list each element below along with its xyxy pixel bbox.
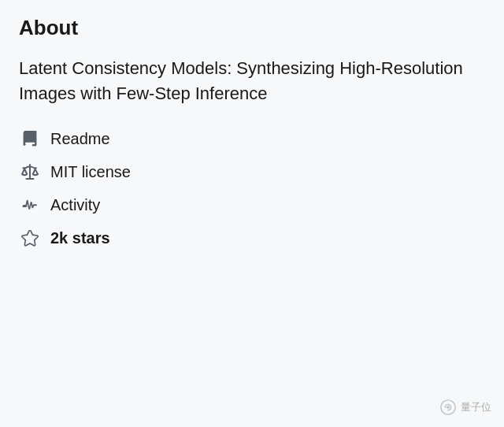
about-panel: About Latent Consistency Models: Synthes… [0, 0, 504, 265]
readme-label: Readme [50, 130, 110, 148]
license-icon [19, 162, 41, 184]
stars-item[interactable]: 2k stars [19, 228, 485, 250]
meta-list: Readme MIT license Activity [19, 128, 485, 250]
license-item[interactable]: MIT license [19, 162, 485, 184]
activity-item[interactable]: Activity [19, 195, 485, 217]
watermark: 量子位 [439, 399, 491, 416]
activity-icon [19, 195, 41, 217]
license-label: MIT license [50, 163, 131, 181]
stars-label: 2k stars [50, 229, 110, 247]
watermark-logo-icon [439, 399, 457, 416]
readme-item[interactable]: Readme [19, 128, 485, 150]
repo-description: Latent Consistency Models: Synthesizing … [19, 56, 485, 106]
svg-point-1 [447, 406, 450, 409]
book-icon [19, 128, 41, 150]
about-heading: About [19, 16, 485, 40]
activity-label: Activity [50, 196, 100, 214]
star-icon [19, 228, 41, 250]
watermark-text: 量子位 [461, 400, 491, 414]
